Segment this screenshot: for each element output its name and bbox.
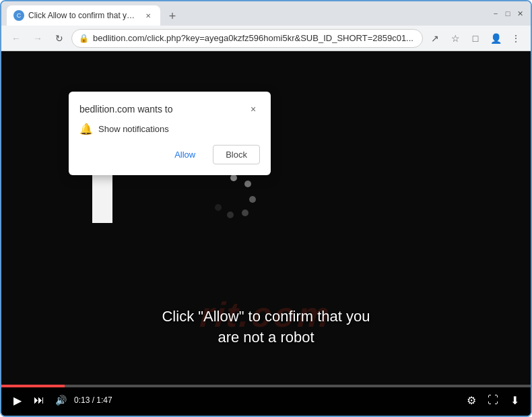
tab-title: Click Allow to confirm that you a bbox=[28, 11, 136, 20]
block-button[interactable]: Block bbox=[213, 145, 260, 164]
tab-favicon: C bbox=[13, 10, 24, 21]
video-overlay-text: Click "Allow" to confirm that you are no… bbox=[1, 307, 531, 348]
volume-button[interactable]: 🔊 bbox=[53, 392, 69, 408]
time-display: 0:13 / 1:47 bbox=[74, 395, 112, 405]
progress-bar-fill bbox=[1, 385, 65, 387]
url-bar[interactable]: 🔒 bedlition.com/click.php?key=ayega0kzfz… bbox=[71, 29, 423, 48]
popup-buttons: Allow Block bbox=[79, 145, 260, 164]
extensions-icon[interactable]: □ bbox=[466, 29, 485, 48]
active-tab[interactable]: C Click Allow to confirm that you a ✕ bbox=[7, 5, 160, 26]
title-bar: C Click Allow to confirm that you a ✕ + … bbox=[1, 1, 531, 26]
svg-point-5 bbox=[227, 212, 234, 218]
favicon-letter: C bbox=[17, 12, 22, 19]
close-button[interactable]: ✕ bbox=[514, 8, 525, 19]
play-button[interactable]: ▶ bbox=[9, 392, 26, 408]
share-icon[interactable]: ↗ bbox=[426, 29, 444, 48]
new-tab-button[interactable]: + bbox=[163, 7, 182, 26]
page-content: rit.com Click "Allow" to confirm bbox=[1, 51, 531, 416]
svg-point-4 bbox=[242, 210, 248, 216]
popup-header: bedlition.com wants to × bbox=[79, 102, 260, 116]
tab-close-button[interactable]: ✕ bbox=[143, 10, 154, 21]
svg-point-1 bbox=[230, 174, 237, 181]
bookmark-icon[interactable]: ☆ bbox=[446, 29, 465, 48]
minimize-button[interactable]: − bbox=[490, 8, 501, 19]
right-controls: ⚙ ⛶ ⬇ bbox=[463, 392, 523, 408]
window-controls: − □ ✕ bbox=[490, 8, 525, 19]
browser-frame: C Click Allow to confirm that you a ✕ + … bbox=[0, 0, 532, 417]
back-button[interactable]: ← bbox=[7, 29, 26, 48]
notification-popup: bedlition.com wants to × 🔔 Show notifica… bbox=[69, 92, 271, 175]
svg-point-6 bbox=[215, 204, 222, 211]
toolbar-icons: ↗ ☆ □ 👤 ⋮ bbox=[426, 29, 525, 48]
bell-icon: 🔔 bbox=[79, 123, 93, 135]
notification-text: Show notifications bbox=[98, 124, 169, 134]
popup-notification-row: 🔔 Show notifications bbox=[79, 123, 260, 135]
popup-title: bedlition.com wants to bbox=[79, 104, 173, 115]
settings-icon[interactable]: ⚙ bbox=[463, 392, 479, 408]
address-bar: ← → ↻ 🔒 bedlition.com/click.php?key=ayeg… bbox=[1, 26, 531, 51]
allow-button[interactable]: Allow bbox=[162, 145, 207, 164]
fullscreen-icon[interactable]: ⛶ bbox=[485, 392, 501, 408]
svg-point-2 bbox=[244, 181, 251, 187]
download-icon[interactable]: ⬇ bbox=[506, 392, 523, 408]
tab-bar: C Click Allow to confirm that you a ✕ + bbox=[7, 1, 488, 26]
restore-button[interactable]: □ bbox=[502, 8, 513, 19]
profile-icon[interactable]: 👤 bbox=[486, 29, 505, 48]
svg-point-3 bbox=[249, 196, 256, 203]
menu-icon[interactable]: ⋮ bbox=[506, 29, 525, 48]
reload-button[interactable]: ↻ bbox=[50, 29, 69, 48]
loading-spinner bbox=[210, 172, 257, 220]
skip-button[interactable]: ⏭ bbox=[31, 392, 47, 408]
url-text: bedlition.com/click.php?key=ayega0kzfz59… bbox=[93, 33, 415, 43]
video-controls-bar: ▶ ⏭ 🔊 0:13 / 1:47 ⚙ ⛶ ⬇ bbox=[1, 385, 531, 416]
popup-close-button[interactable]: × bbox=[246, 102, 260, 116]
forward-button[interactable]: → bbox=[28, 29, 47, 48]
progress-bar-container[interactable] bbox=[1, 385, 531, 387]
lock-icon: 🔒 bbox=[79, 34, 89, 43]
